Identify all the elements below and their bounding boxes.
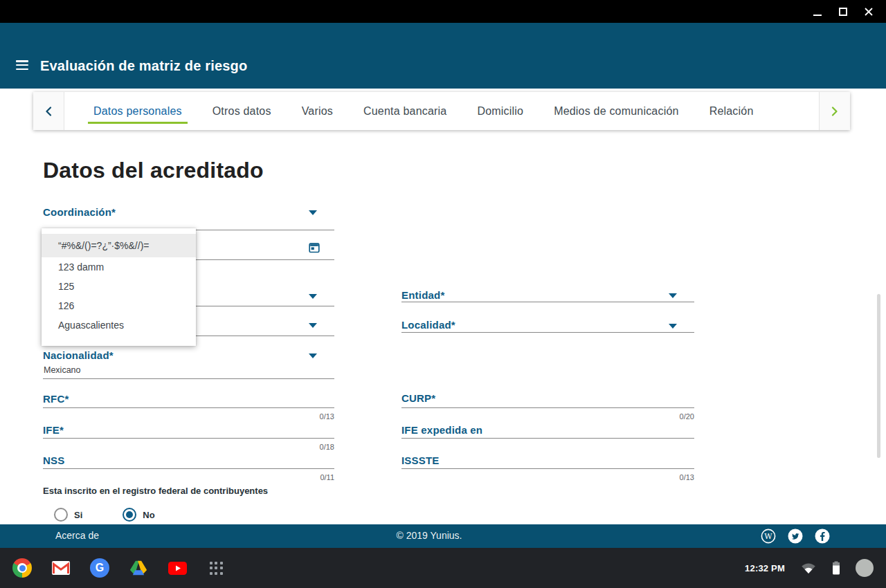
svg-text:W: W xyxy=(764,532,772,541)
app-header: Evaluación de matriz de riesgo Operación… xyxy=(0,23,886,89)
issste-underline[interactable] xyxy=(401,468,694,469)
tabs-next-button[interactable] xyxy=(819,92,850,130)
youtube-icon[interactable] xyxy=(168,558,187,578)
coordinacion-label: Coordinación* xyxy=(43,206,116,218)
hidden-select-1-caret-icon[interactable] xyxy=(309,294,317,299)
calendar-icon[interactable] xyxy=(309,242,320,253)
footer: Acerca de © 2019 Yunius. W xyxy=(0,524,886,548)
page-title: Datos del acreditado xyxy=(43,158,264,183)
about-link[interactable]: Acerca de xyxy=(55,530,99,541)
tab-datos-personales[interactable]: Datos personales xyxy=(78,92,197,130)
dropdown-option[interactable]: Aguascalientes xyxy=(42,315,196,335)
minimize-button[interactable] xyxy=(812,6,823,17)
google-drive-icon[interactable] xyxy=(129,558,148,578)
nss-label: NSS xyxy=(43,454,64,466)
chrome-icon[interactable] xyxy=(12,558,32,578)
app-title: Evaluación de matriz de riesgo xyxy=(40,58,247,74)
ife-underline[interactable] xyxy=(43,438,334,439)
localidad-caret-icon[interactable] xyxy=(669,324,677,329)
radio-no-label[interactable]: No xyxy=(143,510,154,520)
radio-si-label[interactable]: Si xyxy=(74,510,82,520)
nacionalidad-label: Nacionalidad* xyxy=(43,349,114,361)
ife-label: IFE* xyxy=(43,424,64,436)
hidden-select-2-caret-icon[interactable] xyxy=(309,323,317,328)
copyright-text: © 2019 Yunius. xyxy=(397,530,462,541)
curp-label: CURP* xyxy=(401,392,435,404)
curp-underline[interactable] xyxy=(401,407,694,408)
social-links: W xyxy=(761,529,830,544)
rfc-underline[interactable] xyxy=(43,407,334,408)
close-button[interactable] xyxy=(863,6,874,17)
dropdown-option[interactable]: 125 xyxy=(42,277,196,296)
maximize-button[interactable] xyxy=(838,6,849,17)
taskbar: G 12:32 PM xyxy=(0,548,886,588)
rfc-question-label: Esta inscrito en el registro federal de … xyxy=(43,486,268,496)
google-search-icon[interactable]: G xyxy=(90,558,109,578)
tab-cuenta-bancaria[interactable]: Cuenta bancaria xyxy=(348,92,462,130)
wordpress-icon[interactable]: W xyxy=(761,529,776,544)
nacionalidad-underline xyxy=(43,378,334,379)
dropdown-option[interactable]: 126 xyxy=(42,296,196,315)
localidad-underline xyxy=(401,332,694,333)
wifi-icon xyxy=(800,562,817,574)
battery-icon xyxy=(832,561,840,575)
nss-underline[interactable] xyxy=(43,468,334,469)
status-tray[interactable]: 12:32 PM xyxy=(745,548,874,588)
ife-counter: 0/18 xyxy=(265,443,334,451)
localidad-label: Localidad* xyxy=(401,319,455,331)
radio-si[interactable] xyxy=(54,508,68,522)
rfc-label: RFC* xyxy=(43,393,69,405)
nss-counter: 0/11 xyxy=(265,473,334,481)
gmail-icon[interactable] xyxy=(51,558,71,578)
chevron-right-icon xyxy=(831,107,838,116)
coordinacion-dropdown-menu: “#%&/()=?¿”·$%&//)= 123 damm 125 126 Agu… xyxy=(42,228,196,346)
entidad-underline xyxy=(401,302,694,302)
clock: 12:32 PM xyxy=(745,563,785,573)
window-title-bar xyxy=(0,0,886,23)
issste-counter: 0/13 xyxy=(625,473,694,481)
tab-medios-de-comunicacion[interactable]: Medios de comunicación xyxy=(539,92,694,130)
chevron-left-icon xyxy=(45,107,52,116)
rfc-counter: 0/13 xyxy=(265,412,334,421)
close-icon xyxy=(864,7,874,17)
dropdown-option[interactable]: 123 damm xyxy=(42,257,196,277)
tab-domicilio[interactable]: Domicilio xyxy=(462,92,539,130)
tab-varios[interactable]: Varios xyxy=(287,92,348,130)
app-launcher-icon[interactable] xyxy=(206,558,226,578)
dropdown-option[interactable]: “#%&/()=?¿”·$%&//)= xyxy=(42,234,196,257)
entidad-label: Entidad* xyxy=(401,289,444,301)
main-content: Datos personales Otros datos Varios Cuen… xyxy=(0,89,886,524)
scrollbar-thumb[interactable] xyxy=(877,294,880,458)
entidad-caret-icon[interactable] xyxy=(669,293,677,298)
section-tab-strip: Datos personales Otros datos Varios Cuen… xyxy=(33,92,850,130)
tab-otros-datos[interactable]: Otros datos xyxy=(197,92,287,130)
menu-icon[interactable] xyxy=(16,60,28,70)
radio-no[interactable] xyxy=(123,508,136,522)
facebook-icon[interactable] xyxy=(815,529,830,544)
ife-expedida-label: IFE expedida en xyxy=(401,424,482,436)
issste-label: ISSSTE xyxy=(401,454,440,466)
tabs-prev-button[interactable] xyxy=(33,92,64,130)
ife-expedida-underline[interactable] xyxy=(401,438,694,439)
nacionalidad-caret-icon[interactable] xyxy=(309,353,317,358)
rfc-question-options: Si No xyxy=(54,508,155,522)
twitter-icon[interactable] xyxy=(788,529,803,544)
account-avatar[interactable] xyxy=(856,559,874,577)
tabs: Datos personales Otros datos Varios Cuen… xyxy=(64,92,819,130)
taskbar-apps: G xyxy=(0,558,226,578)
nacionalidad-value[interactable]: Mexicano xyxy=(44,365,81,375)
tab-relacion[interactable]: Relación xyxy=(694,92,769,130)
coordinacion-caret-icon[interactable] xyxy=(309,210,317,215)
curp-counter: 0/20 xyxy=(625,412,694,421)
